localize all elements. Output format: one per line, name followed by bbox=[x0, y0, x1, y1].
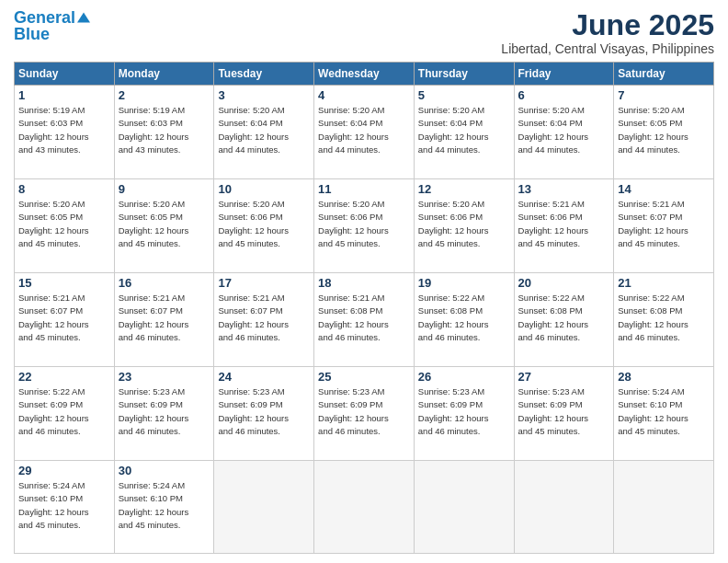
logo-text: General bbox=[14, 9, 75, 26]
day-info: Sunrise: 5:20 AM Sunset: 6:04 PM Dayligh… bbox=[318, 104, 410, 156]
day-number: 28 bbox=[618, 370, 710, 384]
day-number: 14 bbox=[618, 182, 710, 196]
table-row: 9Sunrise: 5:20 AM Sunset: 6:05 PM Daylig… bbox=[114, 179, 214, 273]
day-number: 16 bbox=[119, 276, 210, 290]
day-number: 3 bbox=[218, 88, 310, 102]
calendar-title: June 2025 bbox=[501, 9, 714, 41]
table-row bbox=[214, 461, 314, 554]
table-row: 18Sunrise: 5:21 AM Sunset: 6:08 PM Dayli… bbox=[314, 273, 415, 367]
day-info: Sunrise: 5:23 AM Sunset: 6:09 PM Dayligh… bbox=[218, 385, 310, 438]
day-info: Sunrise: 5:24 AM Sunset: 6:10 PM Dayligh… bbox=[18, 479, 110, 532]
table-row: 12Sunrise: 5:20 AM Sunset: 6:06 PM Dayli… bbox=[414, 179, 514, 273]
table-row: 20Sunrise: 5:22 AM Sunset: 6:08 PM Dayli… bbox=[514, 273, 614, 367]
day-number: 5 bbox=[418, 88, 510, 102]
day-info: Sunrise: 5:19 AM Sunset: 6:03 PM Dayligh… bbox=[18, 104, 110, 156]
day-info: Sunrise: 5:20 AM Sunset: 6:06 PM Dayligh… bbox=[218, 198, 310, 250]
day-info: Sunrise: 5:21 AM Sunset: 6:07 PM Dayligh… bbox=[218, 292, 310, 344]
day-info: Sunrise: 5:21 AM Sunset: 6:07 PM Dayligh… bbox=[618, 198, 710, 250]
day-number: 4 bbox=[318, 88, 410, 102]
day-info: Sunrise: 5:20 AM Sunset: 6:04 PM Dayligh… bbox=[218, 104, 310, 156]
table-row: 16Sunrise: 5:21 AM Sunset: 6:07 PM Dayli… bbox=[114, 273, 214, 367]
day-number: 22 bbox=[18, 370, 110, 384]
day-info: Sunrise: 5:19 AM Sunset: 6:03 PM Dayligh… bbox=[119, 104, 210, 156]
day-number: 24 bbox=[218, 370, 310, 384]
day-info: Sunrise: 5:23 AM Sunset: 6:09 PM Dayligh… bbox=[418, 385, 510, 438]
table-row bbox=[614, 461, 714, 554]
day-info: Sunrise: 5:22 AM Sunset: 6:09 PM Dayligh… bbox=[18, 385, 110, 438]
calendar-subtitle: Libertad, Central Visayas, Philippines bbox=[501, 41, 714, 56]
table-row: 14Sunrise: 5:21 AM Sunset: 6:07 PM Dayli… bbox=[614, 179, 714, 273]
day-number: 30 bbox=[119, 464, 210, 477]
logo: General Blue bbox=[14, 9, 90, 42]
day-info: Sunrise: 5:24 AM Sunset: 6:10 PM Dayligh… bbox=[119, 479, 210, 532]
header-monday: Monday bbox=[114, 63, 214, 86]
table-row bbox=[314, 461, 415, 554]
day-number: 10 bbox=[218, 182, 310, 196]
day-number: 2 bbox=[119, 88, 210, 102]
day-info: Sunrise: 5:20 AM Sunset: 6:05 PM Dayligh… bbox=[119, 198, 210, 250]
table-row bbox=[414, 461, 514, 554]
day-info: Sunrise: 5:23 AM Sunset: 6:09 PM Dayligh… bbox=[518, 385, 610, 438]
day-number: 7 bbox=[618, 88, 710, 102]
day-info: Sunrise: 5:21 AM Sunset: 6:08 PM Dayligh… bbox=[318, 292, 410, 344]
day-number: 15 bbox=[18, 276, 110, 290]
day-info: Sunrise: 5:22 AM Sunset: 6:08 PM Dayligh… bbox=[618, 292, 710, 344]
day-number: 8 bbox=[18, 182, 110, 196]
table-row: 28Sunrise: 5:24 AM Sunset: 6:10 PM Dayli… bbox=[614, 367, 714, 461]
table-row: 21Sunrise: 5:22 AM Sunset: 6:08 PM Dayli… bbox=[614, 273, 714, 367]
day-number: 1 bbox=[18, 88, 110, 102]
table-row: 25Sunrise: 5:23 AM Sunset: 6:09 PM Dayli… bbox=[314, 367, 415, 461]
table-row: 7Sunrise: 5:20 AM Sunset: 6:05 PM Daylig… bbox=[614, 86, 714, 179]
day-number: 18 bbox=[318, 276, 410, 290]
table-row: 26Sunrise: 5:23 AM Sunset: 6:09 PM Dayli… bbox=[414, 367, 514, 461]
day-number: 23 bbox=[119, 370, 210, 384]
day-number: 20 bbox=[518, 276, 610, 290]
day-number: 25 bbox=[318, 370, 410, 384]
day-info: Sunrise: 5:23 AM Sunset: 6:09 PM Dayligh… bbox=[119, 385, 210, 438]
table-row: 17Sunrise: 5:21 AM Sunset: 6:07 PM Dayli… bbox=[214, 273, 314, 367]
table-row: 11Sunrise: 5:20 AM Sunset: 6:06 PM Dayli… bbox=[314, 179, 415, 273]
day-number: 12 bbox=[418, 182, 510, 196]
day-info: Sunrise: 5:20 AM Sunset: 6:06 PM Dayligh… bbox=[418, 198, 510, 250]
header-friday: Friday bbox=[514, 63, 614, 86]
day-info: Sunrise: 5:22 AM Sunset: 6:08 PM Dayligh… bbox=[518, 292, 610, 344]
header-saturday: Saturday bbox=[614, 63, 714, 86]
day-info: Sunrise: 5:20 AM Sunset: 6:04 PM Dayligh… bbox=[418, 104, 510, 156]
day-info: Sunrise: 5:22 AM Sunset: 6:08 PM Dayligh… bbox=[418, 292, 510, 344]
table-row: 10Sunrise: 5:20 AM Sunset: 6:06 PM Dayli… bbox=[214, 179, 314, 273]
header-thursday: Thursday bbox=[414, 63, 514, 86]
day-number: 6 bbox=[518, 88, 610, 102]
day-number: 19 bbox=[418, 276, 510, 290]
table-row: 3Sunrise: 5:20 AM Sunset: 6:04 PM Daylig… bbox=[214, 86, 314, 179]
table-row: 6Sunrise: 5:20 AM Sunset: 6:04 PM Daylig… bbox=[514, 86, 614, 179]
day-info: Sunrise: 5:24 AM Sunset: 6:10 PM Dayligh… bbox=[618, 385, 710, 438]
page: General Blue June 2025 Libertad, Central… bbox=[0, 0, 728, 563]
day-number: 26 bbox=[418, 370, 510, 384]
table-row: 22Sunrise: 5:22 AM Sunset: 6:09 PM Dayli… bbox=[15, 367, 115, 461]
day-info: Sunrise: 5:21 AM Sunset: 6:06 PM Dayligh… bbox=[518, 198, 610, 250]
table-row: 13Sunrise: 5:21 AM Sunset: 6:06 PM Dayli… bbox=[514, 179, 614, 273]
day-number: 13 bbox=[518, 182, 610, 196]
table-row: 1Sunrise: 5:19 AM Sunset: 6:03 PM Daylig… bbox=[15, 86, 115, 179]
title-block: June 2025 Libertad, Central Visayas, Phi… bbox=[501, 9, 714, 56]
day-info: Sunrise: 5:21 AM Sunset: 6:07 PM Dayligh… bbox=[18, 292, 110, 344]
table-row: 2Sunrise: 5:19 AM Sunset: 6:03 PM Daylig… bbox=[114, 86, 214, 179]
day-number: 29 bbox=[18, 464, 110, 477]
day-number: 21 bbox=[618, 276, 710, 290]
day-number: 11 bbox=[318, 182, 410, 196]
header-wednesday: Wednesday bbox=[314, 63, 415, 86]
table-row: 24Sunrise: 5:23 AM Sunset: 6:09 PM Dayli… bbox=[214, 367, 314, 461]
table-row: 29Sunrise: 5:24 AM Sunset: 6:10 PM Dayli… bbox=[15, 461, 115, 554]
day-number: 17 bbox=[218, 276, 310, 290]
day-info: Sunrise: 5:23 AM Sunset: 6:09 PM Dayligh… bbox=[318, 385, 410, 438]
table-row bbox=[514, 461, 614, 554]
calendar-table: Sunday Monday Tuesday Wednesday Thursday… bbox=[14, 62, 714, 554]
table-row: 30Sunrise: 5:24 AM Sunset: 6:10 PM Dayli… bbox=[114, 461, 214, 554]
day-info: Sunrise: 5:21 AM Sunset: 6:07 PM Dayligh… bbox=[119, 292, 210, 344]
table-row: 5Sunrise: 5:20 AM Sunset: 6:04 PM Daylig… bbox=[414, 86, 514, 179]
table-row: 15Sunrise: 5:21 AM Sunset: 6:07 PM Dayli… bbox=[15, 273, 115, 367]
day-info: Sunrise: 5:20 AM Sunset: 6:06 PM Dayligh… bbox=[318, 198, 410, 250]
svg-marker-0 bbox=[77, 12, 90, 22]
logo-icon bbox=[77, 11, 90, 24]
day-info: Sunrise: 5:20 AM Sunset: 6:04 PM Dayligh… bbox=[518, 104, 610, 156]
